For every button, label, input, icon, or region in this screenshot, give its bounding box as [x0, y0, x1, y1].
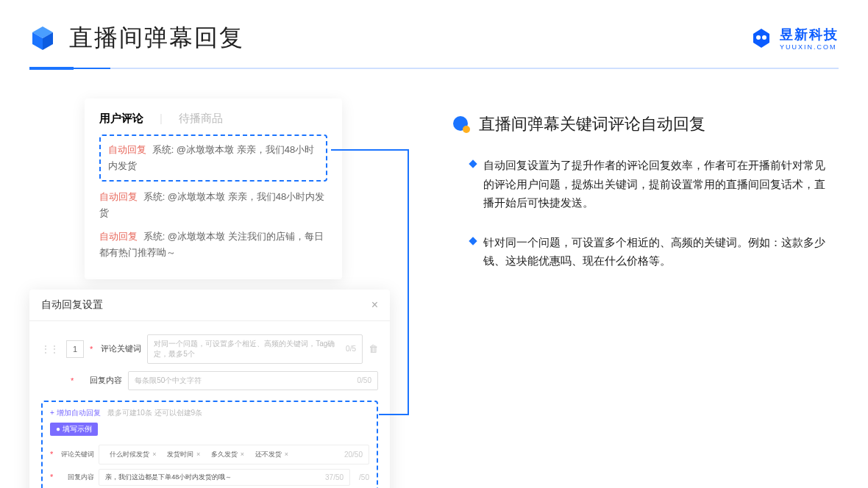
bullet-diamond-icon: [469, 237, 477, 245]
example-content-row: * 回复内容 亲，我们这边都是下单48小时内发货的哦～ 37/50 /50: [50, 469, 369, 486]
left-column: 用户评论 | 待播商品 自动回复 系统: @冰墩墩本墩 亲亲，我们48小时内发货…: [29, 98, 416, 488]
add-autoreply-link[interactable]: + 增加自动回复: [50, 409, 101, 417]
settings-title: 自动回复设置: [41, 298, 103, 312]
content-input[interactable]: 每条限50个中文字符 0/50: [128, 371, 378, 390]
keyword-input[interactable]: 对同一个问题，可设置多个相近、高频的关键词，Tag确定，最多5个 0/5: [147, 334, 363, 364]
settings-header: 自动回复设置 ×: [29, 290, 390, 321]
svg-point-3: [756, 35, 761, 40]
tag-chip[interactable]: 多久发货: [207, 448, 249, 461]
bullet-text: 针对同一个问题，可设置多个相近的、高频的关键词。例如：这款多少钱、这块能优惠吗、…: [483, 233, 829, 270]
cube-icon: [29, 25, 56, 51]
example-kw-input[interactable]: 什么时候发货 发货时间 多久发货 还不发货 20/50: [99, 445, 369, 464]
bullet-item: 针对同一个问题，可设置多个相近的、高频的关键词。例如：这款多少钱、这块能优惠吗、…: [452, 233, 839, 270]
autoreply-settings-panel: 自动回复设置 × ⋮⋮ 1 * 评论关键词 对同一个问题，可设置多个相近、高频的…: [29, 290, 390, 488]
highlighted-comment: 自动回复 系统: @冰墩墩本墩 亲亲，我们48小时内发货: [99, 134, 327, 182]
logo-name-en: YUUXIN.COM: [780, 43, 837, 51]
svg-point-4: [762, 35, 766, 40]
bullet-diamond-icon: [469, 159, 477, 168]
right-column: 直播间弹幕关键词评论自动回复 自动回复设置为了提升作者的评论回复效率，作者可在开…: [452, 98, 839, 488]
content-row: * 回复内容 每条限50个中文字符 0/50: [41, 371, 378, 390]
drag-handle-icon[interactable]: ⋮⋮: [41, 344, 59, 354]
example-badge: ● 填写示例: [50, 423, 98, 436]
logo: 昱新科技 YUUXIN.COM: [750, 26, 839, 51]
example-block: + 增加自动回复 最多可建10条 还可以创建9条 ● 填写示例 * 评论关键词 …: [41, 401, 378, 488]
auto-reply-badge: 自动回复: [99, 231, 138, 242]
logo-icon: [750, 27, 772, 49]
required-star: *: [71, 376, 74, 385]
section-title-text: 直播间弹幕关键词评论自动回复: [479, 113, 705, 135]
auto-reply-badge: 自动回复: [108, 144, 146, 155]
bullet-item: 自动回复设置为了提升作者的评论回复效率，作者可在开播前针对常见的评论用户问题，提…: [452, 156, 839, 212]
page-title: 直播间弹幕回复: [69, 22, 244, 54]
add-hint: 最多可建10条 还可以创建9条: [107, 409, 202, 417]
keyword-row: ⋮⋮ 1 * 评论关键词 对同一个问题，可设置多个相近、高频的关键词，Tag确定…: [41, 334, 378, 364]
row-number: 1: [66, 340, 84, 358]
bubble-icon: [452, 115, 470, 133]
comment-panel: 用户评论 | 待播商品 自动回复 系统: @冰墩墩本墩 亲亲，我们48小时内发货…: [85, 98, 342, 279]
example-ct-label: 回复内容: [59, 473, 94, 482]
section-title: 直播间弹幕关键词评论自动回复: [452, 113, 839, 135]
comment-tabs: 用户评论 | 待播商品: [99, 112, 327, 126]
tag-chip[interactable]: 发货时间: [163, 448, 204, 461]
content-label: 回复内容: [81, 375, 122, 386]
bullet-text: 自动回复设置为了提升作者的评论回复效率，作者可在开播前针对常见的评论用户问题，提…: [483, 156, 829, 212]
tag-chip[interactable]: 还不发货: [251, 448, 293, 461]
logo-name-cn: 昱新科技: [780, 26, 839, 43]
tag-chip[interactable]: 什么时候发货: [105, 448, 160, 461]
close-icon[interactable]: ×: [371, 298, 378, 312]
example-ct-input[interactable]: 亲，我们这边都是下单48小时内发货的哦～ 37/50: [99, 469, 350, 486]
page-header: 直播间弹幕回复 昱新科技 YUUXIN.COM: [0, 0, 868, 54]
comment-item: 自动回复 系统: @冰墩墩本墩 关注我们的店铺，每日都有热门推荐呦～: [99, 229, 327, 261]
svg-point-6: [463, 126, 470, 133]
header-divider: [29, 68, 839, 69]
example-kw-label: 评论关键词: [59, 450, 94, 459]
delete-icon[interactable]: 🗑: [369, 343, 378, 354]
tab-pending-goods[interactable]: 待播商品: [179, 112, 223, 126]
keyword-label: 评论关键词: [100, 343, 141, 354]
auto-reply-badge: 自动回复: [99, 191, 138, 202]
tab-user-comments[interactable]: 用户评论: [99, 112, 143, 126]
example-keyword-row: * 评论关键词 什么时候发货 发货时间 多久发货 还不发货 20/50: [50, 445, 369, 464]
tab-separator: |: [160, 112, 163, 126]
header-left: 直播间弹幕回复: [29, 22, 244, 54]
required-star: *: [90, 345, 93, 354]
comment-item: 自动回复 系统: @冰墩墩本墩 亲亲，我们48小时内发货: [99, 189, 327, 221]
